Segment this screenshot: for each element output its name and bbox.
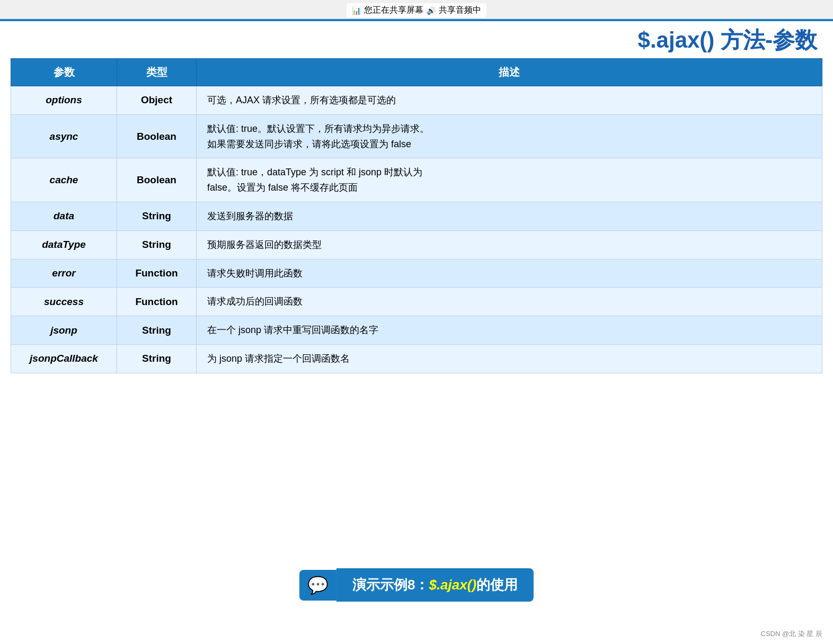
demo-label-suffix: 的使用	[476, 577, 518, 593]
table-row: jsonpString在一个 jsonp 请求中重写回调函数的名字	[11, 316, 822, 345]
page-title: $.ajax() 方法-参数	[638, 25, 817, 55]
param-cell: options	[11, 86, 117, 115]
type-cell: Boolean	[117, 114, 197, 158]
table-row: asyncBoolean默认值: true。默认设置下，所有请求均为异步请求。如…	[11, 114, 822, 158]
demo-label-highlight: $.ajax()	[429, 577, 476, 593]
demo-label-prefix: 演示示例8：	[352, 577, 429, 593]
table-row: dataString发送到服务器的数据	[11, 202, 822, 230]
screen-share-icon: 📊	[352, 6, 361, 15]
main-content: 参数 类型 描述 optionsObject可选，AJAX 请求设置，所有选项都…	[11, 58, 822, 373]
param-cell: async	[11, 114, 117, 158]
param-cell: success	[11, 288, 117, 316]
param-cell: data	[11, 202, 117, 230]
param-cell: dataType	[11, 230, 117, 259]
type-cell: String	[117, 230, 197, 259]
desc-cell: 可选，AJAX 请求设置，所有选项都是可选的	[197, 86, 822, 115]
sharing-screen-text: 您正在共享屏幕	[364, 5, 423, 16]
sharing-indicator: 📊 您正在共享屏幕 🔊 共享音频中	[347, 3, 486, 17]
desc-cell: 默认值: true。默认设置下，所有请求均为异步请求。如果需要发送同步请求，请将…	[197, 114, 822, 158]
desc-cell: 请求成功后的回调函数	[197, 288, 822, 316]
demo-label: 演示示例8：$.ajax()的使用	[336, 568, 534, 602]
type-cell: Object	[117, 86, 197, 115]
col-header-desc: 描述	[197, 59, 822, 86]
param-cell: cache	[11, 158, 117, 202]
footer: CSDN @北 染 星 辰	[761, 629, 822, 639]
blue-accent-line	[0, 19, 833, 21]
top-bar: 📊 您正在共享屏幕 🔊 共享音频中	[0, 0, 833, 19]
table-row: cacheBoolean默认值: true，dataType 为 script …	[11, 158, 822, 202]
table-row: jsonpCallbackString为 jsonp 请求指定一个回调函数名	[11, 344, 822, 373]
param-cell: jsonp	[11, 316, 117, 345]
desc-cell: 请求失败时调用此函数	[197, 259, 822, 288]
type-cell: String	[117, 202, 197, 230]
table-header-row: 参数 类型 描述	[11, 59, 822, 86]
desc-cell: 为 jsonp 请求指定一个回调函数名	[197, 344, 822, 373]
col-header-type: 类型	[117, 59, 197, 86]
desc-cell: 发送到服务器的数据	[197, 202, 822, 230]
footer-text: CSDN @北 染 星 辰	[761, 630, 822, 638]
desc-cell: 默认值: true，dataType 为 script 和 jsonp 时默认为…	[197, 158, 822, 202]
desc-cell: 预期服务器返回的数据类型	[197, 230, 822, 259]
type-cell: Function	[117, 259, 197, 288]
param-cell: error	[11, 259, 117, 288]
demo-box: 💬 演示示例8：$.ajax()的使用	[299, 568, 534, 602]
audio-icon: 🔊	[427, 6, 436, 15]
param-cell: jsonpCallback	[11, 344, 117, 373]
type-cell: String	[117, 344, 197, 373]
table-row: successFunction请求成功后的回调函数	[11, 288, 822, 316]
demo-emoji: 💬	[307, 575, 329, 595]
param-table: 参数 类型 描述 optionsObject可选，AJAX 请求设置，所有选项都…	[11, 58, 822, 373]
sharing-audio-text: 共享音频中	[439, 5, 481, 16]
demo-icon: 💬	[299, 570, 336, 601]
type-cell: Function	[117, 288, 197, 316]
table-row: dataTypeString预期服务器返回的数据类型	[11, 230, 822, 259]
type-cell: String	[117, 316, 197, 345]
table-row: optionsObject可选，AJAX 请求设置，所有选项都是可选的	[11, 86, 822, 115]
col-header-param: 参数	[11, 59, 117, 86]
desc-cell: 在一个 jsonp 请求中重写回调函数的名字	[197, 316, 822, 345]
type-cell: Boolean	[117, 158, 197, 202]
table-row: errorFunction请求失败时调用此函数	[11, 259, 822, 288]
